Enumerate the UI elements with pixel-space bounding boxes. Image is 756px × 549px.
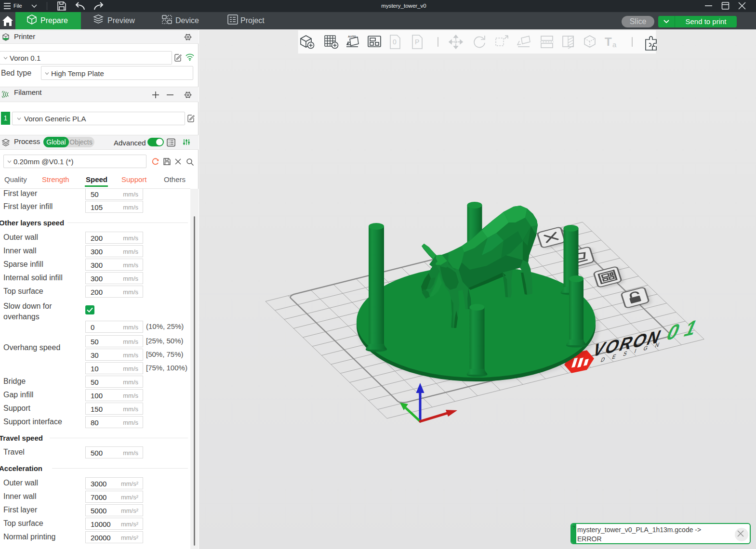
svg-text:1: 1: [680, 315, 701, 341]
